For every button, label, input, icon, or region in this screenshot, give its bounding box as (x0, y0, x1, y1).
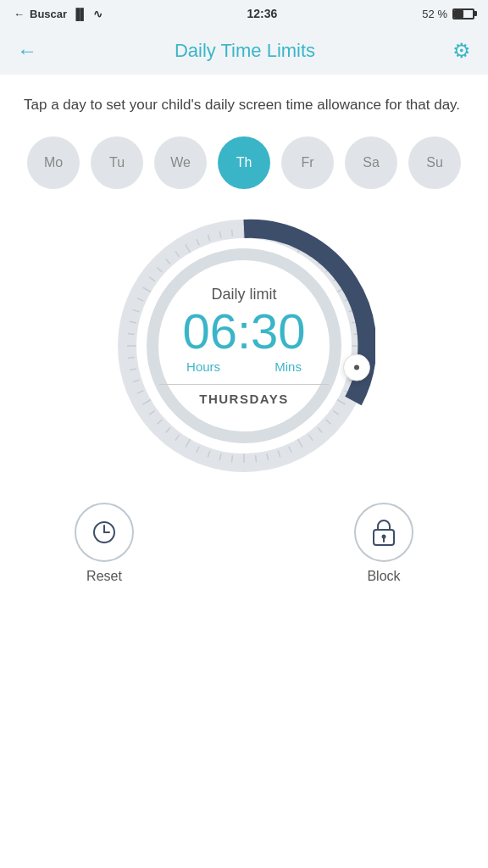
block-label: Block (367, 569, 400, 584)
daily-limit-label: Daily limit (159, 286, 329, 303)
block-button[interactable]: Block (354, 503, 413, 584)
day-btn-sa[interactable]: Sa (345, 136, 397, 189)
time-display: 06:30 (159, 307, 329, 356)
header: ← Daily Time Limits ⚙ (0, 27, 488, 75)
status-time: 12:36 (247, 7, 278, 20)
day-name-display: THURSDAYS (159, 384, 329, 406)
settings-button[interactable]: ⚙ (452, 39, 471, 63)
day-btn-we[interactable]: We (154, 136, 207, 189)
status-carrier: ← Buscar ▐▌ ∿ (14, 8, 103, 20)
day-btn-su[interactable]: Su (408, 136, 461, 189)
mins-label: Mins (274, 359, 302, 374)
lock-icon (371, 518, 396, 547)
clock-inner: Daily limit 06:30 Hours Mins THURSDAYS (159, 286, 329, 406)
page-title: Daily Time Limits (175, 40, 315, 62)
day-btn-fr[interactable]: Fr (281, 136, 334, 189)
svg-line-45 (128, 357, 135, 358)
back-arrow-status: ← (14, 8, 25, 20)
svg-line-32 (232, 455, 233, 462)
clock-container: Daily limit 06:30 Hours Mins THURSDAYS (24, 214, 464, 477)
hours-display: 06 (182, 303, 237, 359)
reset-label: Reset (86, 569, 122, 584)
day-selector: MoTuWeThFrSaSu (24, 136, 464, 189)
bottom-actions: Reset Block (24, 503, 464, 584)
svg-line-60 (232, 229, 233, 236)
svg-line-30 (256, 455, 257, 462)
drag-dot (354, 364, 359, 370)
minutes-display: 30 (251, 303, 306, 359)
day-btn-mo[interactable]: Mo (27, 136, 80, 189)
signal-icon: ▐▌ (72, 8, 87, 20)
hours-label: Hours (186, 359, 220, 374)
block-icon-circle (354, 503, 413, 562)
description-text: Tap a day to set your child's daily scre… (24, 95, 464, 116)
back-button[interactable]: ← (17, 39, 37, 63)
status-right: 52 % (422, 8, 474, 20)
reset-button[interactable]: Reset (75, 503, 134, 584)
status-bar: ← Buscar ▐▌ ∿ 12:36 52 % (0, 0, 488, 27)
wifi-icon: ∿ (93, 8, 103, 20)
time-drag-handle[interactable] (343, 353, 370, 381)
separator: : (237, 303, 251, 359)
clock-widget[interactable]: Daily limit 06:30 Hours Mins THURSDAYS (113, 214, 375, 477)
clock-icon (91, 519, 118, 546)
day-btn-th[interactable]: Th (218, 136, 270, 189)
time-labels: Hours Mins (159, 359, 329, 374)
battery-percent: 52 % (422, 8, 447, 20)
main-content: Tap a day to set your child's daily scre… (0, 75, 488, 601)
day-btn-tu[interactable]: Tu (91, 136, 143, 189)
battery-icon (452, 8, 474, 19)
svg-line-47 (128, 333, 135, 334)
reset-icon-circle (75, 503, 134, 562)
